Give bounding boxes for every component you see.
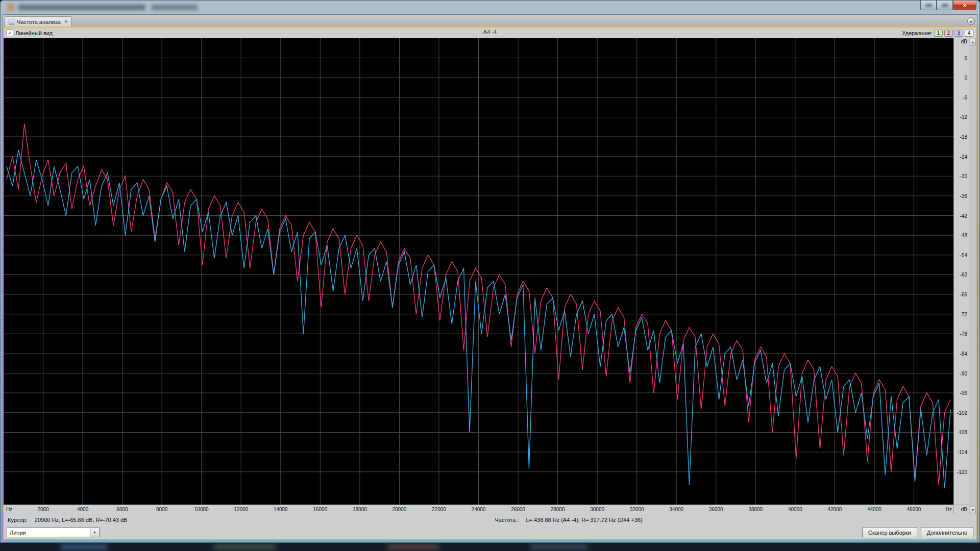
y-tick-label: -30 [960, 173, 967, 179]
status-row: Курсор: 20900 Hz, L=-65.66 dB, R=-70.43 … [4, 514, 976, 525]
y-tick-label: -54 [960, 252, 967, 258]
axis-corner: dB [953, 505, 969, 514]
y-tick-label: -114 [958, 449, 967, 455]
desktop: × Частота анализа × ▶ ✓ Линейный вид A4 … [0, 0, 980, 551]
advanced-button[interactable]: Дополнительно [921, 527, 973, 538]
bottom-controls: Линии ▼ Сканер выборки Дополнительно [4, 525, 976, 539]
x-tick-label: 14000 [274, 507, 288, 512]
x-tick-label: 32000 [630, 507, 644, 512]
scroll-up-icon[interactable]: ▲ [970, 39, 976, 45]
cursor-value: 20900 Hz, L=-65.66 dB, R=-70.43 dB [35, 517, 128, 523]
frequency-analysis-panel: ✓ Линейный вид A4 -4 Удержание: 1 2 3 4 [3, 27, 977, 540]
y-tick-label: -60 [960, 272, 967, 278]
maximize-button[interactable] [937, 1, 953, 10]
panel-toolbar: ✓ Линейный вид A4 -4 Удержание: 1 2 3 4 [4, 28, 976, 38]
y-tick-label: -90 [960, 370, 967, 376]
x-tick-label: 6000 [117, 507, 128, 512]
x-tick-label: 28000 [551, 507, 565, 512]
tab-frequency-analysis[interactable]: Частота анализа × [5, 16, 71, 27]
panel-menu-icon[interactable]: ▶ [967, 17, 975, 25]
x-tick-label: 18000 [353, 507, 367, 512]
plot-region: dB 60-6-12-18-24-30-36-42-48-54-60-66-72… [4, 38, 976, 514]
tab-title: Частота анализа [17, 19, 61, 25]
hz-axis-unit-right: Hz [946, 507, 952, 512]
display-style-value: Линии [7, 530, 26, 536]
action-buttons: Сканер выборки Дополнительно [862, 527, 973, 538]
x-tick-label: 40000 [788, 507, 802, 512]
hold-button-4[interactable]: 4 [965, 30, 973, 37]
taskbar-redacted [0, 543, 980, 551]
y-tick-label: -72 [960, 311, 967, 317]
frequency-readout: Частота : L= 438.88 Hz (A4 -4), R= 317.7… [495, 517, 643, 523]
db-axis-unit-bottom: dB [961, 507, 967, 512]
y-tick-label: -24 [960, 154, 967, 159]
x-tick-label: 4000 [77, 507, 88, 512]
tab-strip: Частота анализа × ▶ [3, 15, 977, 27]
x-tick-label: 38000 [748, 507, 763, 512]
x-tick-label: 2000 [37, 507, 48, 512]
close-button[interactable]: × [953, 1, 976, 10]
db-axis-unit-top: dB [961, 39, 967, 44]
window-title-redacted [152, 5, 198, 10]
x-tick-label: 10000 [194, 507, 209, 512]
db-axis: dB 60-6-12-18-24-30-36-42-48-54-60-66-72… [953, 38, 969, 505]
display-style-select[interactable]: Линии ▼ [7, 528, 100, 537]
x-tick-label: 42000 [827, 507, 842, 512]
x-tick-label: 44000 [867, 507, 881, 512]
cursor-label: Курсор: [8, 517, 28, 523]
x-tick-label: 46000 [907, 507, 921, 512]
hold-group: Удержание: 1 2 3 4 [902, 30, 973, 37]
y-tick-label: -6 [963, 94, 967, 100]
minimize-button[interactable] [920, 1, 937, 10]
scroll-down-icon[interactable]: ▼ [970, 507, 976, 513]
y-tick-label: -120 [957, 469, 967, 474]
y-tick-label: -48 [960, 233, 967, 238]
app-icon [7, 4, 14, 11]
app-frame: Частота анализа × ▶ ✓ Линейный вид A4 -4… [3, 14, 977, 540]
y-tick-label: -78 [960, 331, 967, 337]
tab-close-icon[interactable]: × [64, 19, 67, 24]
detected-note-label: A4 -4 [483, 29, 497, 35]
x-tick-label: 26000 [511, 507, 525, 512]
frequency-value: L= 438.88 Hz (A4 -4), R= 317.72 Hz (D#4 … [526, 517, 642, 523]
y-tick-label: 0 [964, 75, 967, 81]
x-tick-label: 12000 [234, 507, 248, 512]
y-tick-label: 6 [964, 55, 967, 61]
application-window: × Частота анализа × ▶ ✓ Линейный вид A4 … [0, 0, 980, 543]
x-tick-label: 36000 [709, 507, 723, 512]
hz-axis: Hz Hz 2000400060008000100001200014000160… [4, 505, 953, 514]
hold-button-2[interactable]: 2 [944, 30, 953, 37]
x-tick-label: 16000 [313, 507, 327, 512]
window-controls: × [920, 1, 976, 10]
hold-button-3[interactable]: 3 [954, 30, 963, 37]
hold-label: Удержание: [902, 30, 933, 36]
y-tick-label: -66 [960, 292, 967, 297]
linear-view-label: Линейный вид [15, 30, 53, 36]
hz-axis-unit-left: Hz [6, 507, 12, 512]
x-tick-label: 24000 [472, 507, 486, 512]
x-tick-label: 34000 [669, 507, 683, 512]
scan-selection-button[interactable]: Сканер выборки [862, 527, 917, 538]
hold-button-1[interactable]: 1 [934, 30, 943, 37]
window-title-redacted [18, 5, 145, 10]
y-tick-label: -18 [960, 134, 967, 140]
y-tick-label: -42 [960, 213, 967, 218]
y-tick-label: -36 [960, 193, 967, 198]
y-tick-label: -12 [960, 114, 967, 120]
x-tick-label: 30000 [590, 507, 604, 512]
y-tick-label: -96 [960, 390, 967, 396]
x-tick-label: 20000 [393, 507, 407, 512]
panel-icon [9, 19, 14, 24]
y-tick-label: -102 [957, 410, 967, 415]
window-titlebar[interactable]: × [3, 1, 977, 14]
spectrum-svg [4, 38, 953, 505]
y-tick-label: -108 [957, 430, 967, 435]
x-tick-label: 8000 [156, 507, 167, 512]
spectrum-plot[interactable] [4, 38, 953, 505]
x-tick-label: 22000 [432, 507, 446, 512]
y-tick-label: -84 [960, 350, 967, 356]
linear-view-checkbox[interactable]: ✓ [7, 30, 13, 36]
frequency-label: Частота : [495, 517, 519, 523]
chevron-down-icon[interactable]: ▼ [90, 528, 99, 537]
vertical-scrollbar[interactable]: ▲ ▼ [969, 38, 976, 514]
